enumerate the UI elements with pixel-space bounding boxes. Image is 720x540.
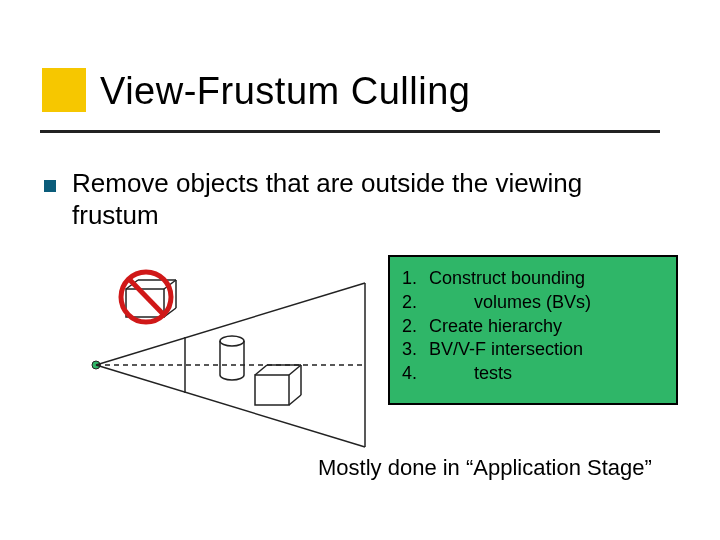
step-number: 2. — [402, 291, 424, 315]
slide-title: View-Frustum Culling — [100, 70, 470, 113]
frustum-edge — [96, 365, 365, 447]
step-text: tests — [429, 363, 512, 383]
slide: View-Frustum Culling Remove objects that… — [0, 0, 720, 540]
svg-point-0 — [220, 336, 244, 346]
svg-rect-3 — [255, 375, 289, 405]
bullet-text: Remove objects that are outside the view… — [72, 168, 647, 231]
step-text: Construct bounding — [429, 268, 585, 288]
frustum-edge — [96, 283, 365, 365]
bullet-icon — [44, 180, 56, 192]
step-number: 3. — [402, 338, 424, 362]
steps-box: 1. Construct bounding 2. volumes (BVs) 2… — [388, 255, 678, 405]
step-item: 3. BV/V-F intersection — [402, 338, 666, 362]
svg-line-6 — [289, 395, 301, 405]
cylinder-icon — [220, 336, 244, 380]
svg-line-16 — [129, 279, 164, 315]
title-accent-square — [42, 68, 86, 112]
step-text: Create hierarchy — [429, 316, 562, 336]
step-number: 1. — [402, 267, 424, 291]
step-item: 2. Create hierarchy — [402, 315, 666, 339]
step-number: 2. — [402, 315, 424, 339]
footer-note: Mostly done in “Application Stage” — [318, 455, 652, 481]
step-text: BV/V-F intersection — [429, 339, 583, 359]
frustum-diagram — [90, 275, 400, 455]
step-item: 2. volumes (BVs) — [402, 291, 666, 315]
cube-inside-icon — [255, 365, 301, 405]
step-text: volumes (BVs) — [429, 292, 591, 312]
step-item: 1. Construct bounding — [402, 267, 666, 291]
step-number: 4. — [402, 362, 424, 386]
svg-line-4 — [255, 365, 267, 375]
step-item: 4. tests — [402, 362, 666, 386]
svg-line-5 — [289, 365, 301, 375]
title-underline — [40, 130, 660, 133]
